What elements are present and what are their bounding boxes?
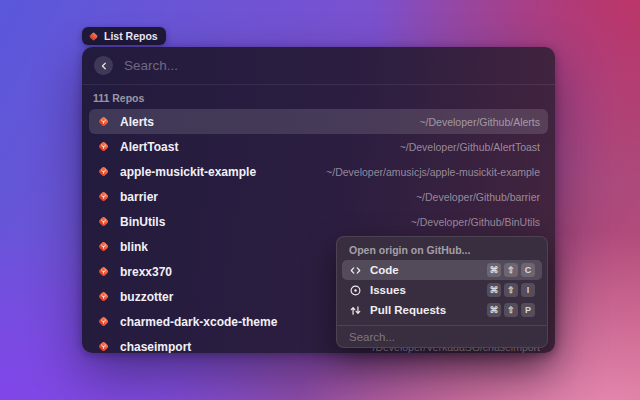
repo-row[interactable]: AlertToast ~/Developer/Github/AlertToast: [89, 134, 548, 159]
menu-item-label: Issues: [370, 284, 406, 296]
repo-path: ~/Developer/amusicjs/apple-musickit-exam…: [326, 166, 540, 178]
back-button[interactable]: [94, 56, 113, 75]
key-letter: C: [521, 263, 535, 277]
key-cmd: ⌘: [487, 283, 501, 297]
repo-name: charmed-dark-xcode-theme: [120, 315, 277, 329]
key-cmd: ⌘: [487, 303, 501, 317]
repo-name: brexx370: [120, 265, 172, 279]
repo-name: blink: [120, 240, 148, 254]
repo-diamond-icon: [97, 215, 110, 228]
repo-diamond-icon: [97, 340, 110, 353]
repo-row[interactable]: apple-musickit-example ~/Developer/amusi…: [89, 159, 548, 184]
repo-diamond-icon: [97, 290, 110, 303]
repo-diamond-icon: [97, 140, 110, 153]
search-input[interactable]: [124, 58, 543, 73]
menu-item-code[interactable]: Code ⌘ ⇧ C: [342, 260, 542, 280]
repo-path: ~/Developer/Github/Alerts: [419, 116, 540, 128]
repo-name: apple-musickit-example: [120, 165, 256, 179]
repo-diamond-icon: [97, 240, 110, 253]
search-bar: [82, 47, 555, 85]
repo-row[interactable]: BinUtils ~/Developer/Github/BinUtils: [89, 209, 548, 234]
repo-diamond-icon: [97, 190, 110, 203]
extension-tag-list-repos[interactable]: List Repos: [82, 27, 166, 45]
action-menu-header: Open origin on GitHub...: [337, 241, 547, 260]
action-menu: Open origin on GitHub... Code ⌘ ⇧ C Issu…: [336, 236, 548, 348]
chevron-left-icon: [99, 61, 109, 71]
repo-name: barrier: [120, 190, 158, 204]
menu-item-label: Code: [370, 264, 399, 276]
repo-diamond-icon: [97, 315, 110, 328]
repo-path: ~/Developer/Github/barrier: [416, 191, 540, 203]
repo-name: AlertToast: [120, 140, 178, 154]
repo-diamond-icon: [88, 31, 99, 42]
shortcut-keys: ⌘ ⇧ C: [487, 263, 535, 277]
extension-tag-label: List Repos: [104, 30, 158, 42]
repo-row[interactable]: Alerts ~/Developer/Github/Alerts: [89, 109, 548, 134]
repo-name: chaseimport: [120, 340, 191, 354]
shortcut-keys: ⌘ ⇧ I: [487, 283, 535, 297]
key-cmd: ⌘: [487, 263, 501, 277]
menu-item-pull-requests[interactable]: Pull Requests ⌘ ⇧ P: [342, 300, 542, 320]
key-shift: ⇧: [504, 303, 518, 317]
key-letter: P: [521, 303, 535, 317]
section-header: 111 Repos: [93, 92, 548, 104]
menu-item-issues[interactable]: Issues ⌘ ⇧ I: [342, 280, 542, 300]
key-letter: I: [521, 283, 535, 297]
issues-icon: [349, 284, 362, 297]
pull-request-icon: [349, 304, 362, 317]
shortcut-keys: ⌘ ⇧ P: [487, 303, 535, 317]
code-icon: [349, 264, 362, 277]
repo-diamond-icon: [97, 115, 110, 128]
repo-diamond-icon: [97, 265, 110, 278]
action-search-input[interactable]: [349, 331, 535, 343]
repo-row[interactable]: barrier ~/Developer/Github/barrier: [89, 184, 548, 209]
repo-path: ~/Developer/Github/AlertToast: [400, 141, 540, 153]
repo-diamond-icon: [97, 165, 110, 178]
key-shift: ⇧: [504, 283, 518, 297]
repo-path: ~/Developer/Github/BinUtils: [411, 216, 540, 228]
repo-name: Alerts: [120, 115, 154, 129]
menu-item-label: Pull Requests: [370, 304, 446, 316]
repo-name: BinUtils: [120, 215, 165, 229]
key-shift: ⇧: [504, 263, 518, 277]
repo-name: buzzotter: [120, 290, 173, 304]
